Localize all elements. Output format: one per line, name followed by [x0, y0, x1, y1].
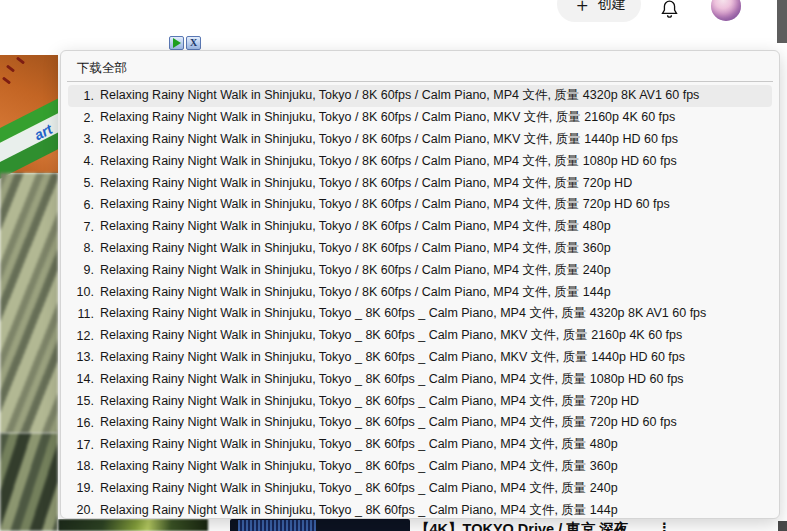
download-item-number: 1.: [68, 89, 94, 103]
scrollbar-thumb[interactable]: [777, 0, 787, 43]
download-item-number: 13.: [68, 350, 94, 364]
download-item[interactable]: 4.Relaxing Rainy Night Walk in Shinjuku,…: [68, 150, 772, 172]
download-item-label: Relaxing Rainy Night Walk in Shinjuku, T…: [100, 240, 611, 257]
download-item-label: Relaxing Rainy Night Walk in Shinjuku, T…: [100, 109, 675, 126]
download-item-number: 6.: [68, 198, 94, 212]
download-item-number: 11.: [68, 307, 94, 321]
download-item-number: 7.: [68, 220, 94, 234]
create-button[interactable]: ＋ 创建: [557, 0, 641, 22]
download-item-label: Relaxing Rainy Night Walk in Shinjuku, T…: [100, 414, 677, 431]
download-item[interactable]: 20.Relaxing Rainy Night Walk in Shinjuku…: [68, 499, 772, 519]
download-item-number: 18.: [68, 459, 94, 473]
download-item[interactable]: 10.Relaxing Rainy Night Walk in Shinjuku…: [68, 281, 772, 303]
close-icon: X: [190, 38, 197, 48]
scrollbar-bottom-fragment: [778, 521, 787, 531]
more-options-icon[interactable]: ⋮: [658, 520, 671, 531]
download-item[interactable]: 19.Relaxing Rainy Night Walk in Shinjuku…: [68, 477, 772, 499]
download-item-label: Relaxing Rainy Night Walk in Shinjuku, T…: [100, 502, 618, 519]
download-item-label: Relaxing Rainy Night Walk in Shinjuku, T…: [100, 305, 706, 322]
download-item-label: Relaxing Rainy Night Walk in Shinjuku, T…: [100, 175, 632, 192]
download-item-label: Relaxing Rainy Night Walk in Shinjuku, T…: [100, 371, 684, 388]
download-item-number: 10.: [68, 285, 94, 299]
download-item-number: 16.: [68, 416, 94, 430]
download-item[interactable]: 12.Relaxing Rainy Night Walk in Shinjuku…: [68, 325, 772, 347]
download-item-label: Relaxing Rainy Night Walk in Shinjuku, T…: [100, 436, 618, 453]
download-item-label: Relaxing Rainy Night Walk in Shinjuku, T…: [100, 218, 611, 235]
download-item-number: 20.: [68, 503, 94, 517]
download-item[interactable]: 9.Relaxing Rainy Night Walk in Shinjuku,…: [68, 259, 772, 281]
notifications-bell-icon[interactable]: [659, 0, 680, 20]
next-video-row: 【4K】TOKYO Drive / 東京 深夜 ⋮: [58, 519, 787, 531]
blurred-street-scene: [0, 173, 58, 433]
download-item[interactable]: 13.Relaxing Rainy Night Walk in Shinjuku…: [68, 347, 772, 369]
plus-icon: ＋: [573, 0, 592, 14]
download-item[interactable]: 7.Relaxing Rainy Night Walk in Shinjuku,…: [68, 216, 772, 238]
download-item[interactable]: 14.Relaxing Rainy Night Walk in Shinjuku…: [68, 368, 772, 390]
download-item-number: 15.: [68, 394, 94, 408]
download-item-number: 17.: [68, 438, 94, 452]
page-header: ＋ 创建: [0, 0, 787, 50]
download-item[interactable]: 5.Relaxing Rainy Night Walk in Shinjuku,…: [68, 172, 772, 194]
download-item-label: Relaxing Rainy Night Walk in Shinjuku, T…: [100, 349, 685, 366]
download-item-label: Relaxing Rainy Night Walk in Shinjuku, T…: [100, 87, 699, 104]
video-thumbnail-green[interactable]: [58, 519, 208, 531]
download-item-label: Relaxing Rainy Night Walk in Shinjuku, T…: [100, 458, 618, 475]
download-item[interactable]: 18.Relaxing Rainy Night Walk in Shinjuku…: [68, 456, 772, 478]
download-item-label: Relaxing Rainy Night Walk in Shinjuku, T…: [100, 196, 670, 213]
download-item[interactable]: 8.Relaxing Rainy Night Walk in Shinjuku,…: [68, 238, 772, 260]
plugin-mini-toolbar: X: [169, 36, 201, 50]
download-menu: 下载全部 1.Relaxing Rainy Night Walk in Shin…: [60, 50, 780, 519]
download-item-label: Relaxing Rainy Night Walk in Shinjuku, T…: [100, 262, 611, 279]
download-item-number: 3.: [68, 132, 94, 146]
user-avatar[interactable]: [711, 0, 741, 21]
download-item-number: 12.: [68, 329, 94, 343]
download-item[interactable]: 3.Relaxing Rainy Night Walk in Shinjuku,…: [68, 129, 772, 151]
download-item-label: Relaxing Rainy Night Walk in Shinjuku, T…: [100, 480, 618, 497]
download-item-number: 14.: [68, 372, 94, 386]
video-thumbnail-navy[interactable]: [230, 519, 410, 531]
download-item[interactable]: 17.Relaxing Rainy Night Walk in Shinjuku…: [68, 434, 772, 456]
download-item-number: 5.: [68, 176, 94, 190]
download-item-number: 4.: [68, 154, 94, 168]
thumbnail-glitter-texture: [238, 520, 316, 531]
download-item-number: 2.: [68, 111, 94, 125]
download-item[interactable]: 11.Relaxing Rainy Night Walk in Shinjuku…: [68, 303, 772, 325]
blurred-street-scene-lower: [0, 433, 58, 531]
download-item-label: Relaxing Rainy Night Walk in Shinjuku, T…: [100, 284, 611, 301]
download-item[interactable]: 1.Relaxing Rainy Night Walk in Shinjuku,…: [68, 85, 772, 107]
create-button-label: 创建: [598, 0, 626, 13]
download-item[interactable]: 6.Relaxing Rainy Night Walk in Shinjuku,…: [68, 194, 772, 216]
video-title[interactable]: 【4K】TOKYO Drive / 東京 深夜: [415, 520, 628, 531]
download-list: 1.Relaxing Rainy Night Walk in Shinjuku,…: [61, 85, 779, 519]
download-item-number: 19.: [68, 481, 94, 495]
play-button[interactable]: [169, 36, 184, 50]
download-item-label: Relaxing Rainy Night Walk in Shinjuku, T…: [100, 327, 682, 344]
download-item-number: 9.: [68, 263, 94, 277]
download-item-number: 8.: [68, 241, 94, 255]
close-button[interactable]: X: [186, 36, 201, 50]
download-all-button[interactable]: 下载全部: [61, 51, 779, 77]
download-item-label: Relaxing Rainy Night Walk in Shinjuku, T…: [100, 153, 677, 170]
download-item-label: Relaxing Rainy Night Walk in Shinjuku, T…: [100, 393, 639, 410]
download-item[interactable]: 2.Relaxing Rainy Night Walk in Shinjuku,…: [68, 107, 772, 129]
download-item-label: Relaxing Rainy Night Walk in Shinjuku, T…: [100, 131, 678, 148]
download-item[interactable]: 15.Relaxing Rainy Night Walk in Shinjuku…: [68, 390, 772, 412]
download-item[interactable]: 16.Relaxing Rainy Night Walk in Shinjuku…: [68, 412, 772, 434]
play-icon: [173, 38, 181, 48]
menu-divider: [67, 81, 773, 82]
video-thumbnail-fragment[interactable]: art: [0, 55, 58, 531]
